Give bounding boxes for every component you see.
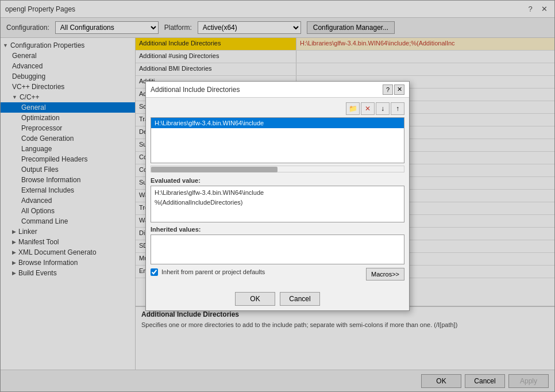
eval-label: Evaluated value:	[151, 177, 404, 184]
inherit-checkbox[interactable]	[151, 268, 158, 276]
modal-dialog: Additional Include Directories ? ✕ 📁 ✕ ↓…	[145, 81, 410, 311]
scrollbar-thumb	[151, 167, 278, 172]
directory-list[interactable]: H:\Libraries\glfw-3.4.bin.WIN64\include	[151, 117, 404, 163]
modal-help-button[interactable]: ?	[383, 84, 393, 95]
modal-title: Additional Include Directories	[151, 86, 240, 94]
modal-ok-button[interactable]: OK	[235, 292, 275, 306]
dir-list-item[interactable]: H:\Libraries\glfw-3.4.bin.WIN64\include	[151, 118, 404, 128]
modal-body: 📁 ✕ ↓ ↑ H:\Libraries\glfw-3.4.bin.WIN64\…	[146, 98, 409, 289]
inherit-label: Inherit from parent or project defaults	[161, 268, 265, 275]
eval-box: H:\Libraries\glfw-3.4.bin.WIN64\include%…	[151, 186, 404, 222]
inherited-label: Inherited values:	[151, 226, 404, 233]
move-down-button[interactable]: ↓	[376, 102, 390, 115]
inherited-box	[151, 235, 404, 264]
modal-close-button[interactable]: ✕	[394, 84, 404, 95]
main-window: opengl Property Pages ? ✕ Configuration:…	[0, 0, 555, 392]
modal-buttons: OK Cancel	[146, 289, 409, 310]
inherited-section: Inherited values:	[151, 226, 404, 264]
horizontal-scrollbar[interactable]	[151, 166, 404, 172]
inherit-checkbox-row: Inherit from parent or project defaults	[151, 268, 265, 276]
folder-icon-button[interactable]: 📁	[346, 102, 360, 115]
delete-icon-button[interactable]: ✕	[361, 102, 375, 115]
modal-overlay: Additional Include Directories ? ✕ 📁 ✕ ↓…	[0, 0, 555, 392]
modal-toolbar: 📁 ✕ ↓ ↑	[151, 102, 404, 115]
modal-title-buttons: ? ✕	[383, 84, 404, 95]
macros-button[interactable]: Macros>>	[366, 268, 404, 280]
modal-titlebar: Additional Include Directories ? ✕	[146, 82, 409, 98]
move-up-button[interactable]: ↑	[391, 102, 404, 115]
evaluated-section: Evaluated value: H:\Libraries\glfw-3.4.b…	[151, 177, 404, 222]
eval-text: H:\Libraries\glfw-3.4.bin.WIN64\include%…	[151, 186, 404, 209]
modal-cancel-button[interactable]: Cancel	[280, 292, 320, 306]
